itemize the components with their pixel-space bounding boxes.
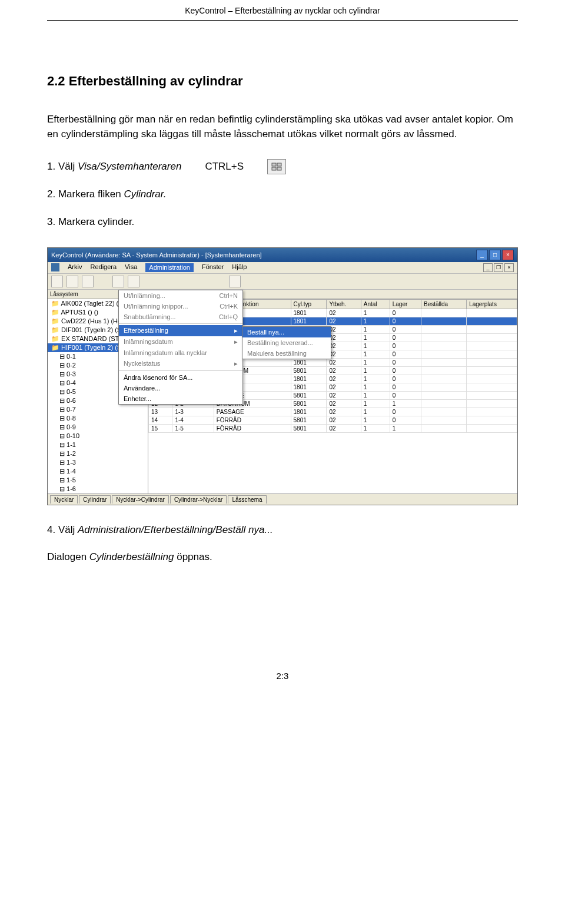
- menu-administration[interactable]: Administration: [145, 263, 194, 272]
- step-2: 2. Markera fliken Cylindrar.: [47, 187, 518, 202]
- mdi-close-button[interactable]: ×: [504, 263, 514, 272]
- closing-italic: Cylinderbeställning: [89, 551, 174, 562]
- menu-item: Inlämningsdatum alla nycklar: [119, 347, 242, 358]
- closing-line: Dialogen Cylinderbeställning öppnas.: [47, 550, 518, 565]
- svg-rect-1: [277, 163, 281, 166]
- step4-italic: Administration/Efterbeställning/Beställ …: [78, 524, 273, 535]
- bottom-tab[interactable]: Nycklar: [50, 495, 78, 504]
- table-row[interactable]: 131-3PASSAGE18010210: [149, 408, 517, 416]
- column-header[interactable]: Cyl.typ: [291, 299, 327, 309]
- administration-dropdown: Ut/Inlämning...Ctrl+NUt/Inlämning knippo…: [118, 290, 243, 405]
- table-row[interactable]: 141-4FÖRRÅD58010210: [149, 416, 517, 424]
- column-header[interactable]: Lagerplats: [467, 299, 517, 309]
- svg-rect-0: [272, 163, 276, 166]
- menu-redigera[interactable]: Redigera: [90, 263, 117, 272]
- step1-italic: Visa/Systemhanteraren: [78, 161, 181, 172]
- window-buttons: _ □ ×: [476, 250, 514, 260]
- step-3: 3. Markera cylinder.: [47, 215, 518, 230]
- tree-sub-item[interactable]: ⊟ 1-6: [48, 485, 148, 494]
- minimize-button[interactable]: _: [476, 250, 488, 260]
- menu-hjalp[interactable]: Hjälp: [232, 263, 247, 272]
- step4-label: 4. Välj: [47, 524, 78, 535]
- table-row[interactable]: 151-5FÖRRÅD58010211: [149, 424, 517, 432]
- close-button[interactable]: ×: [502, 250, 514, 260]
- maximize-button[interactable]: □: [489, 250, 501, 260]
- menu-item[interactable]: Användare...: [119, 383, 242, 393]
- menu-item: Nyckelstatus▸: [119, 358, 242, 369]
- toolbar: [48, 274, 517, 290]
- tree-sub-item[interactable]: ⊟ 0-10: [48, 432, 148, 441]
- menu-item[interactable]: Enheter...: [119, 393, 242, 404]
- tree-sub-item[interactable]: ⊟ 1-3: [48, 458, 148, 467]
- toolbar-button-5[interactable]: [128, 276, 139, 287]
- mdi-minimize-button[interactable]: _: [483, 263, 493, 272]
- step2-label: 2. Markera fliken: [47, 188, 124, 200]
- bottom-tab[interactable]: Låsschema: [228, 495, 266, 504]
- app-screenshot: KeyControl (Användare: SA - System Admin…: [47, 247, 518, 505]
- content-area: Ut/Inlämning...Ctrl+NUt/Inlämning knippo…: [48, 290, 517, 494]
- tree-sub-item[interactable]: ⊟ 1-2: [48, 449, 148, 458]
- menu-item: Ut/Inlämning...Ctrl+N: [119, 290, 242, 301]
- toolbar-button-4[interactable]: [112, 276, 124, 287]
- menu-item: Inlämningsdatum▸: [119, 336, 242, 347]
- step-1: 1. Välj Visa/Systemhanteraren CTRL+S: [47, 159, 518, 174]
- bottom-tabs: NycklarCylindrarNycklar->CylindrarCylind…: [48, 494, 517, 505]
- step-4: 4. Välj Administration/Efterbeställning/…: [47, 523, 518, 538]
- toolbar-button-3[interactable]: [82, 276, 94, 287]
- page-footer: 2:3: [47, 671, 518, 681]
- column-header[interactable]: Beställda: [421, 299, 466, 309]
- doc-header: KeyControl – Efterbeställning av nycklar…: [47, 0, 518, 20]
- tree-sub-item[interactable]: ⊟ 1-1: [48, 441, 148, 449]
- mdi-restore-button[interactable]: ❐: [494, 263, 503, 272]
- section-heading: 2.2 Efterbeställning av cylindrar: [47, 74, 518, 89]
- menu-item[interactable]: Ändra lösenord för SA...: [119, 372, 242, 383]
- step2-italic: Cylindrar.: [124, 188, 166, 200]
- menubar: Arkiv Redigera Visa Administration Fönst…: [48, 262, 517, 274]
- menu-item[interactable]: Efterbeställning▸: [119, 325, 242, 336]
- column-header[interactable]: Ytbeh.: [327, 299, 361, 309]
- bottom-tab[interactable]: Cylindrar: [79, 495, 111, 504]
- window-title: KeyControl (Användare: SA - System Admin…: [51, 251, 262, 259]
- tree-sub-item[interactable]: ⊟ 0-8: [48, 414, 148, 423]
- titlebar: KeyControl (Användare: SA - System Admin…: [48, 248, 517, 262]
- bottom-tab[interactable]: Cylindrar->Nycklar: [170, 495, 227, 504]
- menu-fonster[interactable]: Fönster: [202, 263, 224, 272]
- submenu-item: Makulera beställning: [242, 348, 331, 359]
- header-divider: [47, 20, 518, 21]
- menu-arkiv[interactable]: Arkiv: [68, 263, 82, 272]
- bottom-tab[interactable]: Nycklar->Cylindrar: [112, 495, 169, 504]
- menu-item: Ut/Inlämning knippor...Ctrl+K: [119, 301, 242, 312]
- closing-label: Dialogen: [47, 551, 89, 562]
- toolbar-button-2[interactable]: [67, 276, 78, 287]
- closing-suffix: öppnas.: [174, 551, 212, 562]
- column-header[interactable]: Antal: [361, 299, 390, 309]
- submenu-item: Beställning levererad...: [242, 337, 331, 348]
- svg-rect-2: [272, 167, 276, 170]
- tree-sub-item[interactable]: ⊟ 1-4: [48, 467, 148, 476]
- toolbar-button-1[interactable]: [51, 276, 63, 287]
- menu-visa[interactable]: Visa: [125, 263, 137, 272]
- toolbar-print-icon[interactable]: [229, 276, 241, 287]
- app-icon: [51, 263, 59, 271]
- step1-shortcut: CTRL+S: [205, 161, 244, 173]
- efterbestallning-submenu: Beställ nya...Beställning levererad...Ma…: [242, 326, 331, 359]
- tree-sub-item[interactable]: ⊟ 0-7: [48, 405, 148, 414]
- tree-sub-item[interactable]: ⊟ 1-5: [48, 476, 148, 485]
- svg-rect-3: [277, 167, 281, 170]
- submenu-item[interactable]: Beställ nya...: [242, 327, 331, 337]
- column-header[interactable]: Lager: [390, 299, 421, 309]
- menu-item: Snabbutlämning...Ctrl+Q: [119, 312, 242, 322]
- step1-label: 1. Välj: [47, 161, 78, 172]
- tree-sub-item[interactable]: ⊟ 0-9: [48, 423, 148, 432]
- intro-paragraph: Efterbeställning gör man när en redan be…: [47, 112, 518, 141]
- systemhanteraren-icon: [267, 159, 286, 174]
